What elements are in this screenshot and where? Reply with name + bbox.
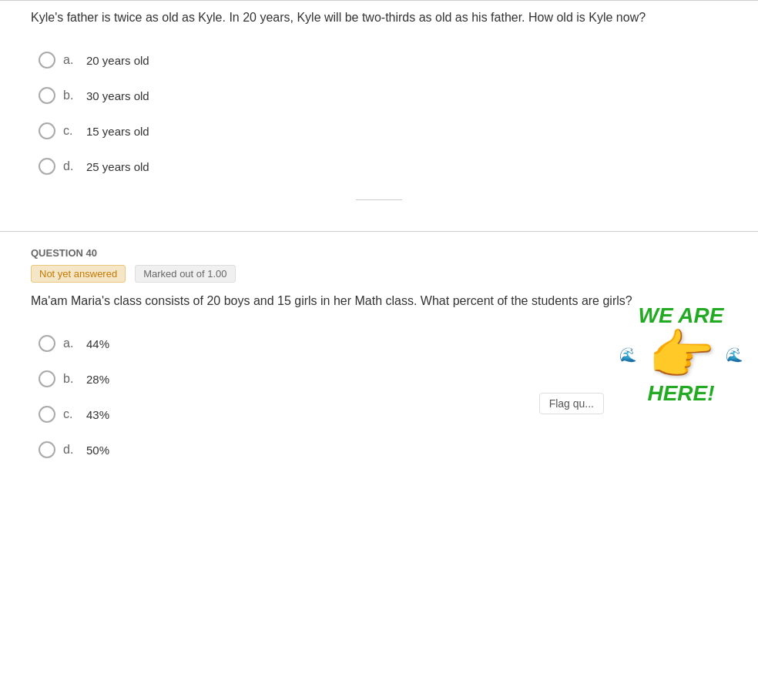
q40-radio-d[interactable]	[39, 441, 55, 458]
q39-text-b: 30 years old	[86, 89, 149, 102]
q39-radio-c[interactable]	[39, 122, 55, 139]
q40-number: QUESTION 40	[31, 247, 727, 259]
q39-radio-b[interactable]	[39, 87, 55, 104]
q40-radio-a[interactable]	[39, 335, 55, 352]
q39-option-c[interactable]: c. 15 years old	[31, 113, 727, 149]
q40-radio-b[interactable]	[39, 370, 55, 387]
q39-text-c: 15 years old	[86, 125, 149, 138]
q40-option-d[interactable]: d. 50%	[31, 432, 727, 467]
q39-option-b[interactable]: b. 30 years old	[31, 78, 727, 113]
flag-question-button[interactable]: Flag qu...	[539, 393, 604, 414]
q39-radio-d[interactable]	[39, 158, 55, 175]
q40-letter-b: b.	[63, 372, 79, 386]
q39-text-d: 25 years old	[86, 160, 149, 173]
q39-radio-a[interactable]	[39, 52, 55, 69]
q40-badge-marked: Marked out of 1.00	[135, 265, 235, 283]
pointing-hand-icon: 👉	[648, 328, 715, 382]
q40-text-d: 50%	[86, 444, 109, 457]
q39-letter-c: c.	[63, 124, 79, 138]
q40-letter-a: a.	[63, 337, 79, 350]
q39-options-list: a. 20 years old b. 30 years old c. 15 ye…	[31, 42, 727, 184]
q39-option-a[interactable]: a. 20 years old	[31, 42, 727, 78]
q40-text-a: 44%	[86, 337, 109, 350]
q40-text-b: 28%	[86, 373, 109, 386]
here-line2: HERE!	[619, 382, 743, 406]
q40-text-c: 43%	[86, 408, 109, 421]
wave-left-icon: 🌊	[619, 347, 636, 363]
q39-letter-a: a.	[63, 53, 79, 67]
q40-badge-not-answered: Not yet answered	[31, 265, 126, 283]
q40-meta: Not yet answered Marked out of 1.00	[31, 265, 727, 283]
we-are-here-decoration: WE ARE 🌊 👉 🌊 HERE!	[619, 304, 743, 406]
q40-radio-c[interactable]	[39, 406, 55, 423]
q39-letter-b: b.	[63, 89, 79, 102]
q39-option-d[interactable]: d. 25 years old	[31, 149, 727, 184]
q40-letter-d: d.	[63, 443, 79, 457]
q40-letter-c: c.	[63, 407, 79, 421]
q39-text: Kyle's father is twice as old as Kyle. I…	[31, 8, 727, 27]
q39-text-a: 20 years old	[86, 54, 149, 67]
wave-right-icon: 🌊	[726, 347, 743, 363]
hand-wrapper: 🌊 👉 🌊	[619, 328, 743, 382]
q39-letter-d: d.	[63, 159, 79, 173]
